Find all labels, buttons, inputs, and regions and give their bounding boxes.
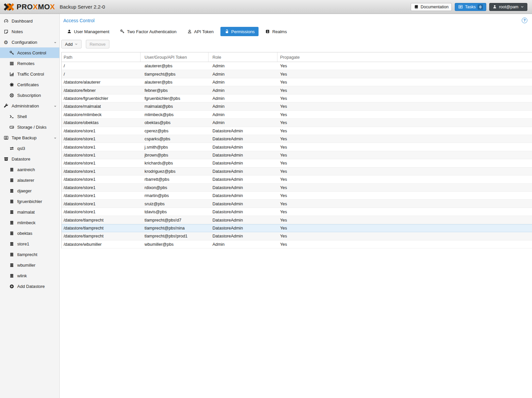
sidebar-item-subscription[interactable]: Subscription — [0, 90, 59, 100]
column-header-path[interactable]: Path — [62, 52, 141, 62]
sidebar-item-shell[interactable]: Shell — [0, 111, 59, 122]
cell-propagate: Yes — [277, 111, 532, 118]
sidebar-item-access-control[interactable]: Access Control — [0, 47, 59, 58]
sidebar-item-add-datastore[interactable]: Add Datastore — [0, 281, 59, 292]
cell-user: mlimbeck@pbs — [141, 111, 208, 118]
table-header-row: PathUser/Group/API TokenRolePropagate — [62, 52, 532, 62]
tab-permissions[interactable]: Permissions — [220, 27, 259, 36]
table-row[interactable]: /datastore/obektasobektas@pbsAdminYes — [62, 119, 532, 127]
collapse-chevron-icon[interactable] — [53, 40, 57, 45]
sidebar-item-dashboard[interactable]: Dashboard — [0, 16, 59, 26]
table-row[interactable]: /datastore/malmalatmalmalat@pbsAdminYes — [62, 102, 532, 110]
user-menu-label: root@pam — [499, 5, 518, 9]
unlock-icon — [224, 29, 229, 34]
sidebar-item-configuration[interactable]: ⚙Configuration — [0, 37, 59, 47]
cell-path: /datastore/store1 — [62, 208, 141, 216]
sidebar-item-alauterer[interactable]: alauterer — [0, 175, 59, 185]
table-row[interactable]: /datastore/store1rdixon@pbsDatastoreAdmi… — [62, 184, 532, 192]
cell-user: alauterer@pbs — [141, 78, 208, 86]
task-list-icon — [458, 4, 463, 9]
table-body: /alauterer@pbsAdminYes/tlamprecht@pbsAdm… — [62, 62, 532, 248]
sidebar-item-datastore[interactable]: Datastore — [0, 154, 59, 164]
sidebar-item-storage-disks[interactable]: Storage / Disks — [0, 122, 59, 132]
table-row[interactable]: /datastore/store1cperez@pbsDatastoreAdmi… — [62, 127, 532, 135]
table-row[interactable]: /tlamprecht@pbsAdminYes — [62, 70, 532, 78]
table-row[interactable]: /datastore/fgruenbichlerfgruenbichler@pb… — [62, 95, 532, 102]
sidebar-item-fgruenbichler[interactable]: fgruenbichler — [0, 196, 59, 207]
tab-two-factor-authentication[interactable]: Two Factor Authentication — [116, 27, 181, 36]
sidebar-item-label: Traffic Control — [17, 72, 44, 77]
database-icon — [9, 273, 15, 278]
tab-realms[interactable]: Realms — [261, 27, 291, 36]
table-row[interactable]: /datastore/store1jbrown@pbsDatastoreAdmi… — [62, 151, 532, 159]
cell-path: /datastore/store1 — [62, 175, 141, 183]
collapse-chevron-icon[interactable] — [53, 104, 57, 109]
database-icon — [9, 252, 15, 257]
cell-user: tlamprecht@pbs — [141, 70, 208, 78]
life-ring-icon — [9, 93, 15, 98]
column-header-role[interactable]: Role — [208, 52, 277, 62]
table-row[interactable]: /datastore/store1krichards@pbsDatastoreA… — [62, 159, 532, 167]
sidebar-item-qsl3[interactable]: qsl3 — [0, 143, 59, 154]
table-row[interactable]: /datastore/febnerfebner@pbsAdminYes — [62, 86, 532, 94]
sidebar-item-traffic-control[interactable]: Traffic Control — [0, 69, 59, 79]
cell-role: Admin — [208, 119, 277, 126]
sidebar-item-wlink[interactable]: wlink — [0, 270, 59, 281]
table-row[interactable]: /datastore/tlamprechttlamprecht@pbs!prod… — [62, 232, 532, 240]
sidebar-item-mlimbeck[interactable]: mlimbeck — [0, 217, 59, 228]
table-row[interactable]: /datastore/tlamprechttlamprecht@pbs!d7Da… — [62, 216, 532, 224]
database-icon — [9, 167, 15, 172]
sidebar-item-obektas[interactable]: obektas — [0, 228, 59, 238]
sidebar-item-label: Configuration — [12, 40, 37, 45]
column-header-user-group-api-token[interactable]: User/Group/API Token — [141, 52, 208, 62]
table-row[interactable]: /alauterer@pbsAdminYes — [62, 62, 532, 70]
documentation-button[interactable]: Documentation — [411, 3, 452, 11]
wordmark-segment: X — [50, 3, 55, 11]
sidebar-item-malmalat[interactable]: malmalat — [0, 207, 59, 217]
table-row[interactable]: /datastore/store1krodriguez@pbsDatastore… — [62, 167, 532, 175]
user-menu-button[interactable]: root@pam — [489, 3, 527, 11]
cell-path: /datastore/tlamprecht — [62, 232, 141, 240]
sidebar-item-administration[interactable]: Administration — [0, 100, 59, 111]
table-row[interactable]: /datastore/wbumillerwbumiller@pbsAdminYe… — [62, 240, 532, 248]
add-button[interactable]: Add — [61, 40, 82, 48]
collapse-chevron-icon[interactable] — [53, 136, 57, 141]
table-row[interactable]: /datastore/alautereralauterer@pbsAdminYe… — [62, 78, 532, 86]
help-icon[interactable]: ? — [522, 18, 527, 23]
sidebar-item-tlamprecht[interactable]: tlamprecht — [0, 249, 59, 260]
sidebar-item-notes[interactable]: Notes — [0, 26, 59, 37]
column-header-propagate[interactable]: Propagate — [277, 52, 532, 62]
table-row[interactable]: /datastore/store1rmartin@pbsDatastoreAdm… — [62, 192, 532, 200]
sidebar-item-label: mlimbeck — [17, 220, 35, 225]
table-row[interactable]: /datastore/store1tdavis@pbsDatastoreAdmi… — [62, 208, 532, 216]
remove-button[interactable]: Remove — [86, 40, 109, 48]
table-row[interactable]: /datastore/store1rbarrett@pbsDatastoreAd… — [62, 175, 532, 183]
chevron-down-icon — [520, 5, 524, 9]
sidebar-item-store1[interactable]: store1 — [0, 238, 59, 249]
table-row[interactable]: /datastore/mlimbeckmlimbeck@pbsAdminYes — [62, 111, 532, 119]
table-row[interactable]: /datastore/store1sruiz@pbsDatastoreAdmin… — [62, 200, 532, 208]
sidebar-item-certificates[interactable]: Certificates — [0, 79, 59, 90]
cell-path: /datastore/tlamprecht — [62, 216, 141, 224]
sidebar-item-label: Access Control — [17, 50, 46, 55]
sidebar-item-tape-backup[interactable]: Tape Backup — [0, 132, 59, 143]
table-row[interactable]: /datastore/store1j.smith@pbsDatastoreAdm… — [62, 143, 532, 151]
cell-propagate: Yes — [277, 192, 532, 199]
documentation-label: Documentation — [421, 5, 448, 9]
table-row[interactable]: /datastore/store1csparks@pbsDatastoreAdm… — [62, 135, 532, 143]
tab-api-token[interactable]: API Token — [183, 27, 218, 36]
sidebar-item-label: alauterer — [17, 178, 34, 183]
sidebar-item-remotes[interactable]: Remotes — [0, 58, 59, 69]
tasks-button[interactable]: Tasks 0 — [455, 3, 486, 11]
sidebar-item-wbumiller[interactable]: wbumiller — [0, 260, 59, 270]
table-row[interactable]: /datastore/tlamprechttlamprecht@pbs!nina… — [62, 224, 532, 232]
database-icon — [9, 210, 15, 215]
tab-user-management[interactable]: User Management — [63, 27, 113, 36]
sidebar-item-label: fgruenbichler — [17, 199, 42, 204]
cell-user: tlamprecht@pbs!d7 — [141, 216, 208, 224]
server-list-icon — [9, 61, 15, 66]
sidebar-item-aantreich[interactable]: aantreich — [0, 164, 59, 175]
sidebar-item-djaeger[interactable]: djaeger — [0, 185, 59, 196]
cell-path: /datastore/store1 — [62, 184, 141, 191]
cell-user: tlamprecht@pbs!prod1 — [141, 232, 208, 240]
